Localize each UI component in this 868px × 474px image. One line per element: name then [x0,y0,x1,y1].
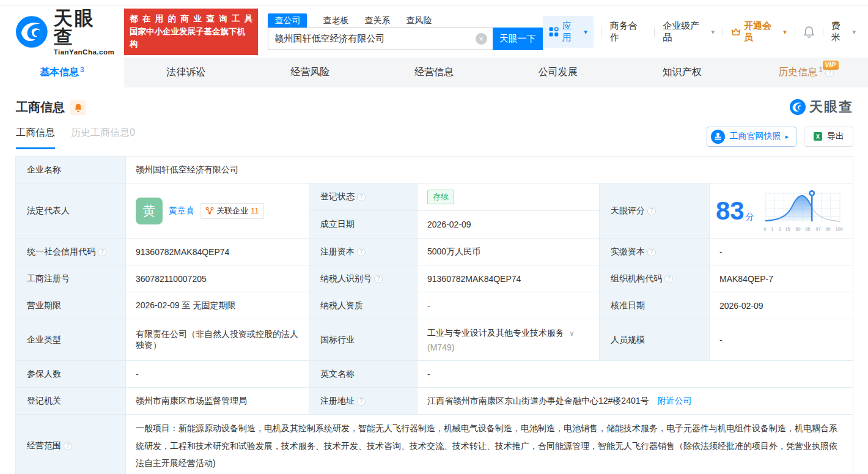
tab-intellectual-property[interactable]: 知识产权 [620,57,744,87]
tab-business-info[interactable]: 经营信息 [372,57,496,87]
field-value-score: 83分 [710,183,853,239]
field-label-company-type: 企业类型 [16,319,126,361]
status-badge: 存续 [427,190,454,204]
field-label-english-name: 英文名称 [309,361,417,388]
divider [795,28,795,37]
help-icon[interactable]: ? [357,193,366,201]
field-value-business-term: 2026-02-09 至 无固定期限 [126,292,309,319]
search-area: 查公司 查老板 查关系 查风险 × 天眼一下 [268,13,542,50]
field-value-taxpayer-quality: - [417,292,600,319]
field-value-approve-date: 2026-02-09 [710,292,853,319]
apps-menu[interactable]: 应用 ▾ [543,16,594,48]
bell-icon [803,26,815,38]
brand-domain: TianYanCha.com [54,48,116,56]
notifications-button[interactable] [803,26,815,38]
field-value-credit-code: 91360782MAK84QEP74 [126,239,309,265]
field-value-reg-capital: 5000万人民币 [417,239,600,265]
field-label-reg-capital: 注册资本? [309,239,417,265]
official-snapshot-button[interactable]: 工商官网快照 ▸ [707,127,796,147]
search-tab-risk[interactable]: 查风险 [406,13,432,28]
table-row: 统一社会信用代码? 91360782MAK84QEP74 注册资本? 5000万… [16,239,853,265]
field-value-reg-authority: 赣州市南康区市场监督管理局 [126,388,309,415]
field-label-reg-status: 登记状态? [309,183,417,211]
score-curve [760,190,845,225]
chevron-down-icon[interactable]: ∨ [569,329,575,338]
search-tab-company[interactable]: 查公司 [268,13,307,28]
legal-rep-avatar[interactable]: 黄 [136,198,163,224]
export-button[interactable]: 导出 [804,127,853,147]
help-icon[interactable]: ? [357,248,366,256]
divider [823,28,823,37]
search-input[interactable] [268,28,492,50]
open-vip-button[interactable]: 开通会员 ▾ [731,20,787,43]
help-icon[interactable]: ? [374,275,383,283]
field-label-taxpayer-quality: 纳税人资质 [309,292,417,319]
business-info-table: 企业名称 赣州国轩低空经济有限公司 法定代表人 黄 黄章喜 关联企业 11 [15,156,853,474]
help-icon[interactable]: ? [357,397,366,405]
apps-grid-icon [549,27,559,37]
top-divider [0,0,868,6]
field-value-english-name: - [417,361,853,388]
crown-icon [731,28,741,36]
field-label-taxpayer-id: 纳税人识别号? [309,265,417,292]
field-value-company-name: 赣州国轩低空经济有限公司 [126,157,853,183]
username: 费米 [831,20,850,43]
field-label-reg-authority: 登记机关 [16,388,126,415]
site-header: 天眼查 TianYanCha.com 都在用的商业查询工具 国家中小企业发展子基… [0,6,868,57]
search-button[interactable]: 天眼一下 [493,28,543,50]
score-axis-labels: 0131550859799100 [763,226,844,232]
tab-count: 3 [80,65,84,74]
tab-operational-risk[interactable]: 经营风险 [248,57,372,87]
industry-code: (M749) [427,343,589,352]
table-row: 工商注册号 360782110007205 纳税人识别号? 91360782MA… [16,265,853,292]
monitor-bell-button[interactable] [70,100,86,115]
subtab-business-info[interactable]: 工商信息 [16,127,55,149]
search-tab-relation[interactable]: 查关系 [364,13,390,28]
nav-business-cooperation[interactable]: 商务合作 [610,20,646,43]
nearby-companies-link[interactable]: 附近公司 [657,396,691,405]
field-value-establish-date: 2026-02-09 [417,211,600,239]
caret-down-icon: ▾ [712,28,715,36]
tab-company-development[interactable]: 公司发展 [496,57,620,87]
field-label-business-scope: 经营范围? [16,415,126,474]
table-row: 登记机关 赣州市南康区市场监督管理局 注册地址? 江西省赣州市南康区东山街道办事… [16,388,853,415]
field-label-credit-code: 统一社会信用代码? [16,239,126,265]
table-row: 企业名称 赣州国轩低空经济有限公司 [16,157,853,183]
field-value-industry: 工业与专业设计及其他专业技术服务 ∨ (M749) [417,319,600,361]
bell-icon [74,103,83,112]
divider [723,28,723,37]
field-value-reg-address: 江西省赣州市南康区东山街道办事处金融中心12#楼2401号 附近公司 [417,388,853,415]
help-icon[interactable]: ? [98,248,106,256]
top-navigation: 应用 ▾ 商务合作 企业级产品 ▾ 开通会员 ▾ 费米 [543,16,856,48]
divider [654,28,655,37]
field-label-approve-date: 核准日期 [600,292,710,319]
tab-legal-proceedings[interactable]: 法律诉讼 [124,57,248,87]
subtab-history-business-info[interactable]: 历史工商信息0 [71,127,135,149]
table-row: 参保人数 - 英文名称 - [16,361,853,388]
help-icon[interactable]: ? [647,207,656,215]
search-tab-boss[interactable]: 查老板 [323,13,348,28]
help-icon[interactable]: ? [664,275,673,283]
user-menu[interactable]: 费米 ▾ [831,20,856,43]
table-row: 企业类型 有限责任公司（非自然人投资或控股的法人独资） 国标行业 工业与专业设计… [16,319,853,361]
related-companies-count: 11 [251,206,259,215]
field-label-legal-rep: 法定代表人 [16,183,126,239]
tianyancha-logo[interactable]: 天眼查 TianYanCha.com [16,9,116,56]
field-label-paid-capital: 实缴资本? [600,239,710,265]
search-tabs: 查公司 查老板 查关系 查风险 [268,13,542,28]
help-icon[interactable]: ? [647,248,656,256]
tab-basic-info[interactable]: 基本信息 3 [0,57,124,87]
apps-label: 应用 [562,20,581,43]
related-companies-badge[interactable]: 关联企业 11 [200,203,264,219]
field-value-reg-status: 存续 [417,183,600,211]
section-header: 工商信息 天眼查 [16,98,853,116]
legal-rep-name-link[interactable]: 黄章喜 [169,206,194,217]
field-value-insured-count: - [126,361,309,388]
clear-search-icon[interactable]: × [476,33,487,45]
tianyancha-logo-icon [16,16,48,48]
field-label-establish-date: 成立日期 [309,211,417,239]
brand-name: 天眼查 [54,9,116,46]
tab-history-info[interactable]: VIP 历史信息 1 ? [744,57,868,87]
nav-enterprise-products[interactable]: 企业级产品 ▾ [663,20,715,43]
help-icon[interactable]: ? [64,442,72,450]
